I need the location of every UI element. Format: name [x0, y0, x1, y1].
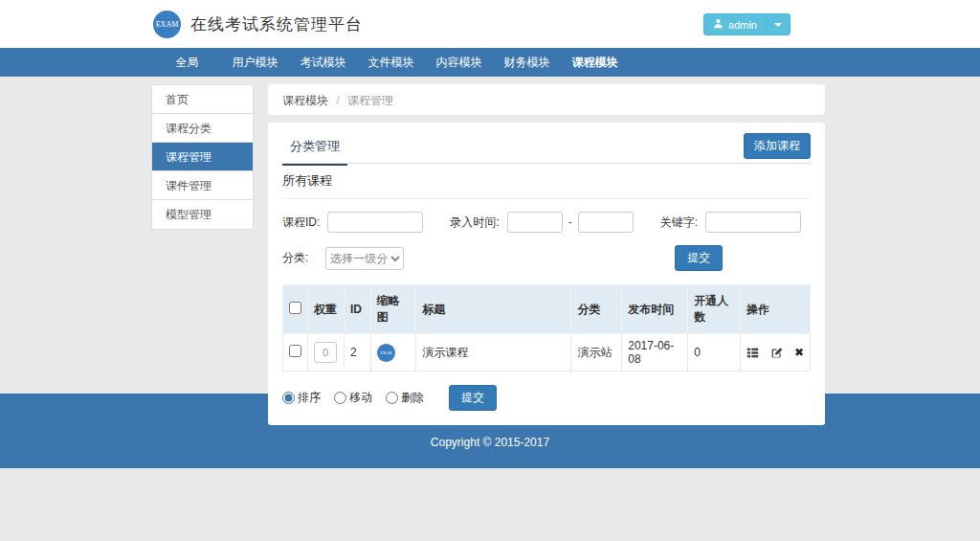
site-title: 在线考试系统管理平台 [190, 13, 363, 35]
row-thumbnail: EXAM [377, 344, 395, 362]
main-column: 课程模块 / 课程管理 分类管理 添加课程 所有课程 课程ID: 录入时间: -… [268, 84, 825, 425]
tabs-row: 分类管理 添加课程 [282, 135, 811, 164]
add-course-button[interactable]: 添加课程 [744, 133, 811, 159]
batch-actions-row: 排序 移动 删除 提交 [282, 385, 811, 411]
row-checkbox[interactable] [289, 345, 301, 357]
move-radio[interactable] [334, 392, 346, 404]
sort-radio-label: 排序 [298, 390, 321, 406]
entry-time-end-input[interactable] [578, 212, 634, 233]
batch-option-move[interactable]: 移动 [334, 390, 372, 406]
filter-row-1: 课程ID: 录入时间: - 关键字: [282, 212, 811, 233]
chevron-down-icon [774, 23, 782, 27]
col-header-actions: 操作 [740, 285, 810, 334]
entry-time-start-input[interactable] [507, 212, 563, 233]
sidebar-item-course-category[interactable]: 课程分类 [152, 114, 253, 143]
exam-logo: EXAM [153, 11, 181, 38]
batch-option-delete[interactable]: 删除 [386, 390, 424, 406]
nav-item-content-module[interactable]: 内容模块 [425, 48, 493, 77]
section-title-all-courses: 所有课程 [282, 164, 811, 199]
filter-row-2: 分类: 选择一级分类 提交 [282, 245, 811, 271]
sidebar-item-model-manage[interactable]: 模型管理 [152, 200, 253, 229]
category-select[interactable]: 选择一级分类 [325, 247, 404, 270]
nav-item-course-module[interactable]: 课程模块 [561, 48, 629, 77]
user-name-label: admin [728, 19, 757, 31]
course-table: 权重 ID 缩略图 标题 分类 发布时间 开通人数 操作 2 [282, 284, 811, 372]
keyword-input[interactable] [705, 212, 801, 233]
col-header-weight: 权重 [308, 285, 345, 334]
col-header-thumbnail: 缩略图 [370, 285, 415, 334]
delete-icon[interactable]: ✖ [794, 347, 804, 358]
breadcrumb-page: 课程管理 [347, 94, 393, 107]
user-menu-button[interactable]: admin [703, 13, 791, 35]
footer-copyright: Copyright © 2015-2017 [0, 436, 980, 449]
move-radio-label: 移动 [349, 390, 372, 406]
date-range-separator: - [568, 215, 572, 229]
breadcrumb-separator: / [336, 94, 339, 107]
logo-text: EXAM [156, 20, 179, 29]
nav-item-finance-module[interactable]: 财务模块 [493, 48, 561, 77]
user-icon [713, 18, 724, 31]
sort-radio[interactable] [282, 392, 295, 404]
row-weight-input[interactable] [314, 342, 337, 363]
batch-submit-button[interactable]: 提交 [449, 385, 497, 411]
course-manage-panel: 分类管理 添加课程 所有课程 课程ID: 录入时间: - 关键字: 分类: 选择… [268, 123, 825, 425]
table-row: 2 EXAM 演示课程 演示站 2017-06-08 0 [283, 334, 811, 372]
row-enrolled: 0 [688, 334, 741, 372]
course-id-label: 课程ID: [282, 214, 320, 231]
user-menu-caret[interactable] [766, 14, 790, 34]
category-label: 分类: [282, 250, 308, 266]
breadcrumb: 课程模块 / 课程管理 [268, 84, 825, 115]
nav-item-global[interactable]: 全局 [153, 48, 221, 77]
col-header-id: ID [344, 285, 370, 334]
content-area: 首页 课程分类 课程管理 课件管理 模型管理 课程模块 / 课程管理 分类管理 … [0, 77, 980, 394]
row-id: 2 [344, 334, 370, 372]
tab-category-manage[interactable]: 分类管理 [282, 135, 347, 166]
entry-time-label: 录入时间: [450, 214, 499, 231]
nav-item-file-module[interactable]: 文件模块 [357, 48, 425, 77]
filter-submit-button[interactable]: 提交 [675, 245, 723, 271]
sidebar: 首页 课程分类 课程管理 课件管理 模型管理 [151, 84, 254, 230]
delete-radio-label: 删除 [401, 390, 424, 406]
batch-option-sort[interactable]: 排序 [282, 390, 321, 406]
col-header-title: 标题 [416, 285, 571, 334]
table-header-row: 权重 ID 缩略图 标题 分类 发布时间 开通人数 操作 [283, 285, 811, 334]
select-all-checkbox[interactable] [289, 302, 301, 314]
row-category: 演示站 [571, 334, 622, 372]
sidebar-item-courseware-manage[interactable]: 课件管理 [152, 171, 253, 200]
breadcrumb-module[interactable]: 课程模块 [282, 94, 328, 107]
nav-item-exam-module[interactable]: 考试模块 [289, 48, 357, 77]
top-header: EXAM 在线考试系统管理平台 admin [0, 0, 980, 48]
sidebar-item-course-manage[interactable]: 课程管理 [152, 143, 253, 171]
thumbnail-text: EXAM [380, 350, 391, 355]
sidebar-item-home[interactable]: 首页 [152, 85, 253, 114]
col-header-enrolled: 开通人数 [688, 285, 741, 334]
keyword-label: 关键字: [660, 214, 698, 231]
course-id-input[interactable] [327, 212, 423, 233]
main-nav: 全局 用户模块 考试模块 文件模块 内容模块 财务模块 课程模块 [0, 48, 980, 77]
chapter-list-icon[interactable] [746, 347, 759, 359]
delete-radio[interactable] [386, 392, 398, 404]
nav-item-user-module[interactable]: 用户模块 [221, 48, 289, 77]
edit-icon[interactable] [770, 347, 783, 359]
row-title: 演示课程 [416, 334, 571, 372]
col-header-publish-date: 发布时间 [622, 285, 688, 334]
col-header-category: 分类 [571, 285, 622, 334]
row-publish-date: 2017-06-08 [622, 334, 688, 372]
